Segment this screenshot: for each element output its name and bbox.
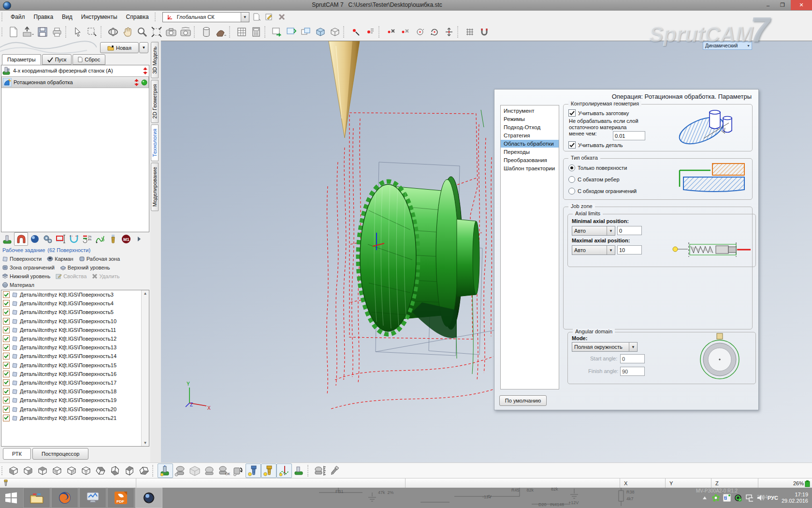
tool-gold-button[interactable] (261, 463, 276, 478)
cursor-button[interactable] (71, 25, 85, 39)
surface-checkbox[interactable] (3, 362, 10, 369)
nav-transforms[interactable]: Преобразования (501, 156, 559, 164)
surface-checkbox[interactable] (3, 397, 10, 403)
checkbox-checked-icon[interactable] (568, 109, 576, 117)
m1-function-icon[interactable]: M1 (119, 233, 132, 245)
machine-green-button[interactable] (292, 464, 306, 478)
move-cs-button[interactable] (442, 25, 456, 39)
link-properties[interactable]: Свойства (56, 273, 87, 279)
menu-view[interactable]: Вид (58, 12, 77, 22)
workpiece-cylinder-button[interactable] (199, 25, 214, 39)
surface-row[interactable]: Деталь\Itcnthyz Kt[t.IGS\Поверхность21 (1, 414, 149, 422)
checkbox-checked-icon[interactable] (568, 141, 576, 149)
view-window-3-button[interactable] (299, 25, 313, 39)
new-operation-dropdown[interactable]: ▼ (139, 42, 148, 53)
surface-row[interactable]: Деталь\Itcnthyz Kt[t.IGS\Поверхность18 (1, 387, 149, 396)
nav-template[interactable]: Шаблон траектории (501, 164, 559, 172)
snap-point-edit-button[interactable] (363, 25, 377, 39)
tab-2d-geometry[interactable]: 2D Геометрия (151, 80, 159, 123)
viewport-3d[interactable]: Y X Z Динамический ▼ Операция: Ротационн… (161, 41, 812, 463)
edit-cs-button[interactable] (264, 12, 275, 22)
view-iso-2-button[interactable] (108, 464, 122, 478)
nav-transitions[interactable]: Переходы (501, 148, 559, 156)
link-restriction-zone[interactable]: Зона ограничений (2, 265, 55, 270)
consider-part-row[interactable]: Учитывать деталь (568, 141, 623, 149)
view-cube-front-button[interactable] (50, 464, 64, 478)
surface-checkbox[interactable] (3, 309, 10, 315)
view-cube-shaded-button[interactable] (313, 25, 328, 39)
tab-parameters[interactable]: Параметры (2, 54, 41, 65)
surface-checkbox[interactable] (3, 327, 10, 333)
workzone-limits-icon[interactable] (54, 233, 67, 245)
more-tools-arrow[interactable] (132, 233, 145, 245)
gears-settings-icon[interactable] (41, 233, 54, 245)
link-bottom-level[interactable]: Нижний уровень (2, 273, 50, 279)
view-cube-left-button[interactable] (6, 464, 21, 478)
menu-help[interactable]: Справка (122, 12, 153, 22)
tab-run[interactable]: Пуск (42, 54, 72, 65)
min-axial-combo[interactable]: Авто ▼ (572, 226, 615, 236)
surface-row[interactable]: Деталь\Itcnthyz Kt[t.IGS\Поверхность11 (1, 326, 149, 334)
surface-row[interactable]: Деталь\Itcnthyz Kt[t.IGS\Поверхность16 (1, 370, 149, 378)
link-pocket[interactable]: Карман (47, 256, 73, 262)
link-workzone[interactable]: Рабочая зона (79, 256, 120, 262)
surface-row[interactable]: Деталь\Itcnthyz Kt[t.IGS\Поверхность10 (1, 317, 149, 326)
delete-cs-icon[interactable] (276, 12, 287, 22)
simulate-machine-setup-button[interactable] (231, 464, 246, 478)
view-cube-back-button[interactable] (64, 464, 79, 478)
view-cube-right-button[interactable] (21, 464, 35, 478)
view-window-1-button[interactable] (270, 25, 284, 39)
nav-modes[interactable]: Режимы (501, 115, 559, 123)
surface-checkbox[interactable] (3, 344, 10, 351)
start-angle-value[interactable]: 0 (620, 354, 645, 363)
menu-file[interactable]: Файл (6, 12, 29, 22)
angular-mode-combo[interactable]: Полная окружность ▼ (572, 342, 638, 352)
surface-row[interactable]: Деталь\Itcnthyz Kt[t.IGS\Поверхность3 (1, 290, 149, 299)
save-button[interactable] (35, 25, 50, 39)
snap-delete-button[interactable] (384, 25, 398, 39)
view-window-2-button[interactable] (284, 25, 299, 39)
chevron-down-icon[interactable]: ▼ (607, 246, 615, 254)
surface-checkbox[interactable] (3, 300, 10, 307)
nav-strategy[interactable]: Стратегия (501, 132, 559, 139)
snapshot-rotate-button[interactable] (178, 25, 193, 39)
surface-row[interactable]: Деталь\Itcnthyz Kt[t.IGS\Поверхность5 (1, 308, 149, 316)
select-rect-button[interactable] (85, 25, 100, 39)
surface-row[interactable]: Деталь\Itcnthyz Kt[t.IGS\Поверхность20 (1, 404, 149, 413)
radio-roll-edges[interactable]: С обкатом ребер (568, 176, 620, 183)
surface-checkbox[interactable] (3, 379, 10, 386)
surface-checkbox[interactable] (3, 353, 10, 359)
chevron-down-icon[interactable]: ▼ (241, 13, 249, 22)
tool-screw-icon[interactable] (106, 233, 119, 245)
menu-tools[interactable]: Инструменты (77, 12, 122, 22)
shading-mode-button[interactable] (214, 25, 228, 39)
tab-modeling[interactable]: Моделирование (151, 163, 159, 211)
view-mode-combo[interactable]: Динамический ▼ (703, 42, 752, 50)
nav-work-area[interactable]: Область обработки (501, 140, 559, 148)
residual-value-field[interactable]: 0.01 (613, 131, 645, 140)
pan-view-button[interactable] (120, 25, 135, 39)
workpiece-icon[interactable] (14, 232, 28, 246)
view-cube-top-button[interactable] (35, 464, 50, 478)
approach-return-icon[interactable] (67, 233, 80, 245)
feeds-icon[interactable]: 2%8% (80, 233, 93, 245)
scroll-down-icon[interactable]: ▼ (144, 440, 147, 446)
magnet-snap-button[interactable] (477, 25, 492, 39)
chevron-down-icon[interactable]: ▼ (629, 343, 637, 351)
simulate-tool-button[interactable] (173, 464, 188, 478)
tree-row-machine[interactable]: 4-х координатный фрезерный станок (А) (1, 65, 149, 76)
link-material[interactable]: Материал (2, 282, 34, 288)
parameters-table-button[interactable] (234, 25, 249, 39)
nav-approach[interactable]: Подход-Отход (501, 123, 559, 131)
gear-model[interactable] (358, 177, 479, 338)
surface-checkbox[interactable] (3, 291, 10, 298)
min-axial-value[interactable]: 0 (617, 226, 642, 235)
radio-selected-icon[interactable] (568, 164, 575, 171)
surface-checkbox[interactable] (3, 415, 10, 421)
close-button[interactable]: ✕ (791, 0, 812, 10)
list-scrollbar[interactable]: ▲ ▼ (141, 290, 149, 446)
surface-row[interactable]: Деталь\Itcnthyz Kt[t.IGS\Поверхность13 (1, 343, 149, 352)
import-button[interactable] (21, 25, 35, 39)
view-iso-1-button[interactable] (93, 464, 108, 478)
max-axial-combo[interactable]: Авто ▼ (572, 245, 615, 255)
